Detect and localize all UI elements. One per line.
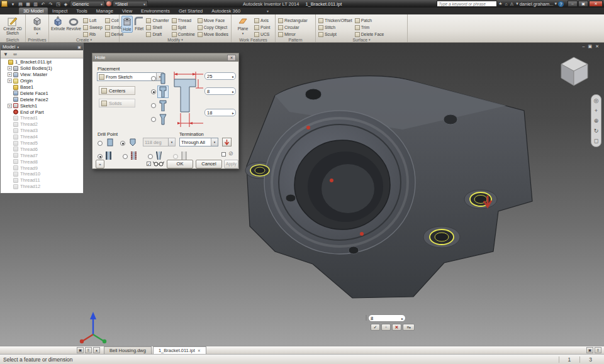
ribbon-button[interactable]: Split (171, 24, 196, 31)
ribbon-button[interactable]: Sweep (82, 24, 103, 31)
cancel-button[interactable]: Cancel (196, 160, 222, 168)
ribbon-button[interactable]: Rib (82, 31, 103, 38)
undo-icon[interactable]: ↶ (40, 1, 46, 7)
browser-header[interactable]: Model ▾ ▣ (1, 43, 83, 50)
hole-type-drilled-radio[interactable] (151, 76, 156, 81)
solids-button[interactable]: Solids (99, 99, 135, 108)
ribbon-button[interactable]: Delete Face (354, 31, 385, 38)
tree-item[interactable]: 1_Bracket.011.ipt (1, 59, 83, 65)
counterbore-diameter-field[interactable]: 25 ▸ (204, 72, 236, 80)
centers-button[interactable]: Centers (99, 86, 135, 95)
counterbore-depth-field[interactable]: 8 ▸ (204, 87, 236, 95)
ribbon-tab[interactable]: Inspect (48, 8, 72, 14)
panel-label-work-features[interactable]: Work Features (232, 38, 275, 42)
sign-in-icon[interactable]: ◬ (510, 1, 513, 6)
ribbon-button[interactable]: Copy Object (197, 24, 229, 31)
countersink-hole-icon[interactable] (158, 114, 168, 125)
tree-expander[interactable] (3, 60, 7, 64)
user-menu-arrow-icon[interactable]: ▾ (554, 1, 557, 6)
tree-item[interactable]: Thread7 (1, 152, 83, 158)
tree-expander[interactable] (8, 91, 12, 96)
box-button[interactable]: Box ▾ (28, 16, 47, 35)
tree-item[interactable]: Thread10 (1, 171, 83, 177)
preview-checkbox[interactable]: ✓ (147, 162, 151, 166)
tree-expander[interactable]: + (8, 79, 12, 83)
tree-expander[interactable] (8, 178, 12, 182)
tree-expander[interactable] (8, 122, 12, 126)
doc-restore-button[interactable]: ▣ (588, 44, 593, 49)
help-icon[interactable]: ? (558, 1, 564, 7)
favorites-icon[interactable]: ★ (498, 1, 502, 6)
mini-add-button[interactable]: + (381, 324, 391, 331)
zoom-icon[interactable]: ⊕ (594, 118, 599, 124)
hole-dialog-titlebar[interactable]: Hole ✕ (92, 53, 238, 62)
angle-point-icon[interactable] (127, 138, 138, 146)
tree-item[interactable]: Thread3 (1, 128, 83, 134)
app-menu-arrow[interactable]: ▾ (10, 1, 16, 7)
dimension-input[interactable]: 8 ▸ (368, 314, 406, 322)
mini-toolbar-grip[interactable] (366, 315, 367, 321)
plane-button[interactable]: Plane ▾ (233, 16, 252, 35)
tree-item[interactable]: + Solid Bodies(1) (1, 65, 83, 72)
revolve-button[interactable]: Revolve (66, 16, 81, 31)
flat-point-icon[interactable] (104, 138, 116, 146)
imate-checkbox[interactable] (221, 152, 226, 157)
doc-tab-bracket[interactable]: 1_Bracket.011.ipt ✕ (153, 346, 206, 354)
redo-icon[interactable]: ↷ (48, 1, 53, 7)
simple-hole-radio[interactable] (98, 154, 103, 159)
tree-item[interactable]: Thread8 (1, 158, 83, 165)
tree-item[interactable]: Delete Face1 (1, 90, 83, 96)
ribbon-button[interactable]: Circular (277, 24, 308, 31)
print-icon[interactable]: ▥ (33, 1, 38, 7)
filter-icon[interactable]: ▼ (3, 52, 8, 57)
ribbon-button[interactable]: UCS (254, 31, 271, 38)
drill-flat-radio[interactable] (98, 141, 103, 146)
ribbon-button[interactable]: Trim (354, 24, 385, 31)
tree-expander[interactable] (8, 172, 12, 176)
tree-expander[interactable] (8, 97, 12, 102)
ribbon-button[interactable]: Move Face (197, 17, 229, 24)
restore-button[interactable]: ▣ (578, 1, 588, 7)
user-menu[interactable]: daniel.graham... (520, 1, 554, 7)
tree-expander[interactable] (8, 153, 12, 158)
counterbore-hole-icon[interactable] (158, 86, 168, 97)
taper-tapped-hole-icon[interactable] (155, 151, 163, 160)
panel-label-primitives[interactable]: Primitives (26, 38, 48, 42)
ribbon-button[interactable]: Patch (354, 17, 385, 24)
inventor-logo-icon[interactable] (1, 1, 8, 7)
view-cube[interactable] (555, 52, 593, 89)
ribbon-button[interactable]: Thread (171, 17, 196, 24)
simple-hole-icon[interactable] (104, 151, 113, 160)
browser-pin-icon[interactable]: ▣ (77, 45, 81, 49)
tapped-hole-icon[interactable] (130, 151, 138, 160)
spinner-arrow-icon[interactable]: ▸ (401, 316, 403, 321)
mini-cancel-button[interactable]: ✕ (392, 324, 401, 331)
tree-item[interactable]: Thread2 (1, 121, 83, 128)
tree-item[interactable]: Thread5 (1, 140, 83, 146)
viewport-canvas[interactable]: – ▣ ✕ ◎+⊕↻◻ 8 ▸ ✓ + ✕ ≡▾ (0, 43, 604, 346)
tree-expander[interactable] (8, 141, 12, 145)
ribbon-tab[interactable]: Tools (72, 8, 92, 14)
dialog-expand-button[interactable]: » (96, 160, 104, 168)
ribbon-tab[interactable]: Get Started (174, 8, 207, 14)
tree-item[interactable]: Delete Face2 (1, 96, 83, 102)
create-2d-sketch-button[interactable]: Create 2D Sketch (2, 16, 23, 36)
ok-button[interactable]: OK (167, 160, 193, 168)
tree-item[interactable]: + Sketch1 (1, 102, 83, 109)
search-input[interactable] (437, 2, 496, 6)
tree-expander[interactable]: + (8, 104, 12, 108)
tab-list-button[interactable]: ≡ (85, 347, 92, 353)
doc-minimize-button[interactable]: – (583, 44, 585, 49)
save-icon[interactable]: ▦ (25, 1, 31, 7)
fillet-button[interactable]: Fillet (134, 16, 144, 31)
ribbon-button[interactable]: Sculpt (318, 31, 353, 38)
part-model[interactable] (0, 43, 604, 346)
ribbon-options-icon[interactable]: ▾ (267, 9, 269, 14)
tapped-hole-radio[interactable] (123, 154, 128, 159)
hole-type-countersink-radio[interactable] (151, 117, 156, 122)
tree-expander[interactable] (8, 135, 12, 139)
chevron-down-icon[interactable]: ▾ (211, 138, 218, 146)
tree-item[interactable]: Thread9 (1, 165, 83, 171)
tree-expander[interactable] (8, 166, 12, 170)
hole-type-counterbore-radio[interactable] (151, 89, 156, 94)
